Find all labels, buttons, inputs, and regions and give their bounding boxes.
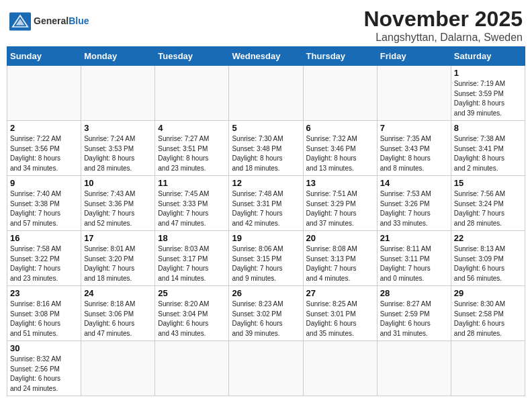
day-info: Sunrise: 8:13 AM Sunset: 3:09 PM Dayligh… [454, 244, 522, 283]
day-header-sunday: Sunday [7, 47, 81, 66]
calendar-cell: 18Sunrise: 8:03 AM Sunset: 3:17 PM Dayli… [155, 231, 229, 286]
calendar-cell [155, 66, 229, 121]
calendar-cell: 17Sunrise: 8:01 AM Sunset: 3:20 PM Dayli… [81, 231, 155, 286]
day-number: 5 [232, 123, 300, 133]
day-info: Sunrise: 7:43 AM Sunset: 3:36 PM Dayligh… [84, 189, 152, 228]
day-number: 17 [84, 233, 152, 243]
day-info: Sunrise: 8:18 AM Sunset: 3:06 PM Dayligh… [84, 300, 152, 338]
day-info: Sunrise: 7:40 AM Sunset: 3:38 PM Dayligh… [10, 189, 78, 228]
day-number: 27 [306, 288, 374, 298]
title-area: November 2025 Langshyttan, Dalarna, Swed… [363, 7, 523, 44]
day-info: Sunrise: 8:11 AM Sunset: 3:11 PM Dayligh… [380, 244, 448, 283]
day-info: Sunrise: 7:22 AM Sunset: 3:56 PM Dayligh… [10, 134, 78, 173]
calendar-cell: 4Sunrise: 7:27 AM Sunset: 3:51 PM Daylig… [155, 121, 229, 176]
calendar-week-row: 9Sunrise: 7:40 AM Sunset: 3:38 PM Daylig… [7, 176, 525, 231]
day-info: Sunrise: 7:53 AM Sunset: 3:26 PM Dayligh… [380, 189, 448, 228]
calendar-cell: 29Sunrise: 8:30 AM Sunset: 2:58 PM Dayli… [451, 286, 525, 341]
day-info: Sunrise: 7:58 AM Sunset: 3:22 PM Dayligh… [10, 244, 78, 283]
day-info: Sunrise: 8:25 AM Sunset: 3:01 PM Dayligh… [306, 300, 374, 338]
day-number: 6 [306, 123, 374, 133]
day-number: 7 [380, 123, 448, 133]
day-number: 14 [380, 178, 448, 188]
calendar-cell [81, 341, 155, 396]
calendar-cell: 25Sunrise: 8:20 AM Sunset: 3:04 PM Dayli… [155, 286, 229, 341]
calendar-cell: 22Sunrise: 8:13 AM Sunset: 3:09 PM Dayli… [451, 231, 525, 286]
day-info: Sunrise: 7:51 AM Sunset: 3:29 PM Dayligh… [306, 189, 374, 228]
logo-text: GeneralBlue [34, 16, 89, 26]
day-number: 19 [232, 233, 300, 243]
day-header-saturday: Saturday [451, 47, 525, 66]
day-number: 29 [454, 288, 522, 298]
calendar-cell: 19Sunrise: 8:06 AM Sunset: 3:15 PM Dayli… [229, 231, 303, 286]
calendar-cell: 7Sunrise: 7:35 AM Sunset: 3:43 PM Daylig… [377, 121, 451, 176]
day-info: Sunrise: 8:23 AM Sunset: 3:02 PM Dayligh… [232, 300, 300, 338]
day-number: 1 [454, 68, 522, 78]
day-number: 13 [306, 178, 374, 188]
day-info: Sunrise: 7:38 AM Sunset: 3:41 PM Dayligh… [454, 134, 522, 173]
day-info: Sunrise: 7:56 AM Sunset: 3:24 PM Dayligh… [454, 189, 522, 228]
day-number: 4 [158, 123, 226, 133]
calendar-cell: 21Sunrise: 8:11 AM Sunset: 3:11 PM Dayli… [377, 231, 451, 286]
calendar-cell [229, 341, 303, 396]
day-info: Sunrise: 7:35 AM Sunset: 3:43 PM Dayligh… [380, 134, 448, 173]
calendar-cell: 6Sunrise: 7:32 AM Sunset: 3:46 PM Daylig… [303, 121, 377, 176]
calendar-cell: 16Sunrise: 7:58 AM Sunset: 3:22 PM Dayli… [7, 231, 81, 286]
calendar-cell [377, 341, 451, 396]
day-info: Sunrise: 8:27 AM Sunset: 2:59 PM Dayligh… [380, 300, 448, 338]
calendar-cell [303, 66, 377, 121]
day-number: 30 [10, 343, 78, 353]
day-number: 9 [10, 178, 78, 188]
day-info: Sunrise: 7:27 AM Sunset: 3:51 PM Dayligh… [158, 134, 226, 173]
day-header-monday: Monday [81, 47, 155, 66]
day-number: 22 [454, 233, 522, 243]
day-number: 8 [454, 123, 522, 133]
day-info: Sunrise: 8:03 AM Sunset: 3:17 PM Dayligh… [158, 244, 226, 283]
day-number: 20 [306, 233, 374, 243]
calendar-week-row: 2Sunrise: 7:22 AM Sunset: 3:56 PM Daylig… [7, 121, 525, 176]
calendar-cell [81, 66, 155, 121]
month-title: November 2025 [363, 7, 523, 32]
calendar-week-row: 30Sunrise: 8:32 AM Sunset: 2:56 PM Dayli… [7, 341, 525, 396]
calendar-cell: 27Sunrise: 8:25 AM Sunset: 3:01 PM Dayli… [303, 286, 377, 341]
calendar-cell: 2Sunrise: 7:22 AM Sunset: 3:56 PM Daylig… [7, 121, 81, 176]
day-info: Sunrise: 7:45 AM Sunset: 3:33 PM Dayligh… [158, 189, 226, 228]
calendar-cell [7, 66, 81, 121]
day-number: 24 [84, 288, 152, 298]
day-info: Sunrise: 7:24 AM Sunset: 3:53 PM Dayligh… [84, 134, 152, 173]
calendar-cell [155, 341, 229, 396]
day-info: Sunrise: 7:48 AM Sunset: 3:31 PM Dayligh… [232, 189, 300, 228]
calendar-cell: 3Sunrise: 7:24 AM Sunset: 3:53 PM Daylig… [81, 121, 155, 176]
day-number: 28 [380, 288, 448, 298]
calendar-cell: 30Sunrise: 8:32 AM Sunset: 2:56 PM Dayli… [7, 341, 81, 396]
calendar-cell: 10Sunrise: 7:43 AM Sunset: 3:36 PM Dayli… [81, 176, 155, 231]
day-info: Sunrise: 8:32 AM Sunset: 2:56 PM Dayligh… [10, 355, 78, 394]
calendar-week-row: 1Sunrise: 7:19 AM Sunset: 3:59 PM Daylig… [7, 66, 525, 121]
day-number: 21 [380, 233, 448, 243]
day-header-wednesday: Wednesday [229, 47, 303, 66]
day-info: Sunrise: 8:30 AM Sunset: 2:58 PM Dayligh… [454, 300, 522, 338]
day-header-thursday: Thursday [303, 47, 377, 66]
day-info: Sunrise: 8:01 AM Sunset: 3:20 PM Dayligh… [84, 244, 152, 283]
day-info: Sunrise: 7:19 AM Sunset: 3:59 PM Dayligh… [454, 79, 522, 118]
logo: GeneralBlue [9, 12, 89, 31]
calendar-week-row: 16Sunrise: 7:58 AM Sunset: 3:22 PM Dayli… [7, 231, 525, 286]
day-info: Sunrise: 8:16 AM Sunset: 3:08 PM Dayligh… [10, 300, 78, 338]
calendar-cell: 14Sunrise: 7:53 AM Sunset: 3:26 PM Dayli… [377, 176, 451, 231]
day-number: 26 [232, 288, 300, 298]
day-number: 15 [454, 178, 522, 188]
day-header-tuesday: Tuesday [155, 47, 229, 66]
calendar-cell: 24Sunrise: 8:18 AM Sunset: 3:06 PM Dayli… [81, 286, 155, 341]
calendar-cell: 28Sunrise: 8:27 AM Sunset: 2:59 PM Dayli… [377, 286, 451, 341]
calendar-cell: 20Sunrise: 8:08 AM Sunset: 3:13 PM Dayli… [303, 231, 377, 286]
day-number: 12 [232, 178, 300, 188]
day-header-friday: Friday [377, 47, 451, 66]
calendar-table: SundayMondayTuesdayWednesdayThursdayFrid… [7, 46, 525, 396]
day-number: 11 [158, 178, 226, 188]
calendar-cell [303, 341, 377, 396]
calendar-cell: 11Sunrise: 7:45 AM Sunset: 3:33 PM Dayli… [155, 176, 229, 231]
day-number: 2 [10, 123, 78, 133]
day-number: 16 [10, 233, 78, 243]
day-number: 23 [10, 288, 78, 298]
day-info: Sunrise: 8:06 AM Sunset: 3:15 PM Dayligh… [232, 244, 300, 283]
calendar-cell [377, 66, 451, 121]
